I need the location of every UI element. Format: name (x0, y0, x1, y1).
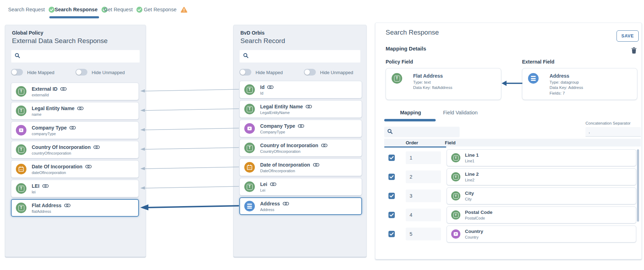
field-title: Legal Entity Name (32, 106, 74, 111)
field-item-date-of-incorporation[interactable]: Date Of IncorporationdateOfIncorporation (11, 160, 139, 178)
panel-source: Global Policy (12, 30, 43, 36)
tab-get-request[interactable]: Get Request (104, 6, 142, 13)
search-box (11, 50, 140, 63)
search-input[interactable] (252, 53, 357, 59)
tab-mapping[interactable]: Mapping (400, 110, 421, 115)
order-input[interactable]: 4 (406, 209, 441, 221)
tab-label: Get Request (104, 7, 133, 12)
field-card-postal-code[interactable]: TPostal CodePostalCode (447, 206, 636, 223)
policy-fields-panel: Global Policy External Data Search Respo… (5, 25, 146, 257)
panel-title: Search Record (240, 37, 285, 45)
toggle-label: Hide Unmapped (92, 70, 125, 75)
scrollbar-thumb[interactable] (637, 149, 639, 222)
field-item-legal-entity-name[interactable]: TLegal Entity NameLegalEntityName (239, 100, 362, 118)
field-title: Lei (260, 181, 267, 187)
link-icon (270, 182, 276, 186)
field-item-company-type[interactable]: Company TypecompanyType (11, 121, 139, 139)
field-item-country-of-incorporation[interactable]: TCountry Of IncorporationcountryOfIncorp… (11, 141, 139, 158)
save-button[interactable]: SAVE (617, 30, 639, 42)
search-input[interactable] (395, 129, 456, 135)
field-title: Flat Address (32, 203, 61, 208)
row-checkbox[interactable] (388, 155, 395, 161)
row-checkbox[interactable] (388, 174, 395, 180)
link-icon (85, 165, 92, 168)
policy-field-data-key: Data Key: flatAddress (413, 85, 452, 90)
text-type-icon: T (392, 73, 402, 84)
tab-search-request[interactable]: Search Request (8, 6, 55, 13)
field-key: Lei (260, 188, 276, 192)
tab-field-validation[interactable]: Field Validation (443, 110, 478, 115)
enum-type-icon (16, 125, 26, 136)
panel-title: External Data Search Response (12, 37, 108, 45)
toggle-label: Hide Mapped (256, 70, 283, 75)
field-title: External ID (32, 86, 57, 92)
field-card-line-2[interactable]: TLine 2Line2 (447, 168, 636, 185)
field-key: Line2 (465, 178, 479, 182)
field-link-arrow (501, 79, 524, 88)
field-key: DateOfIncorporation (260, 169, 319, 173)
column-order: Order (406, 140, 418, 145)
field-item-address[interactable]: AddressAddress (239, 197, 362, 215)
row-checkbox[interactable] (388, 193, 395, 199)
field-title: Date of Incorporation (260, 162, 310, 168)
link-icon (77, 107, 84, 110)
link-icon (93, 145, 100, 149)
text-type-icon: T (244, 104, 255, 114)
field-key: Country (465, 235, 483, 239)
hide-unmapped-toggle[interactable] (304, 69, 316, 76)
order-input[interactable]: 3 (406, 190, 441, 202)
field-title: Date Of Incorporation (32, 164, 82, 169)
check-icon (136, 7, 142, 13)
table-header: Order Field (384, 139, 641, 146)
field-item-id[interactable]: TIdId (239, 81, 362, 98)
link-icon (69, 126, 76, 130)
hide-unmapped-toggle[interactable] (75, 69, 87, 76)
order-input[interactable]: 2 (406, 170, 441, 183)
link-icon (306, 105, 312, 108)
field-item-country-of-incorporation[interactable]: TCountry of IncorporationCountryOfIncorp… (239, 139, 362, 157)
panel-source: BvD Orbis (240, 30, 264, 36)
field-key: Address (260, 208, 289, 212)
text-type-icon: T (16, 144, 26, 155)
field-item-lei[interactable]: TLeiLei (239, 178, 362, 196)
row-checkbox[interactable] (388, 231, 395, 237)
field-key: Id (260, 91, 274, 95)
field-item-flat-address[interactable]: TFlat AddressflatAddress (11, 199, 139, 217)
search-input[interactable] (23, 53, 136, 59)
field-card-city[interactable]: TCityCity (447, 187, 636, 204)
policy-field-card: T Flat Address Type: text Data Key: flat… (386, 68, 501, 100)
tab-get-response[interactable]: Get Response (144, 6, 188, 13)
search-icon (387, 129, 393, 136)
datagroup-type-icon (528, 73, 539, 84)
field-title: Country (465, 229, 483, 234)
field-key: Line1 (465, 159, 479, 163)
link-icon (313, 163, 319, 167)
field-item-lei[interactable]: TLEIlei (11, 180, 139, 197)
external-field-name: Address (550, 73, 583, 79)
field-title: Country of Incorporation (260, 143, 318, 148)
order-input[interactable]: 1 (406, 151, 441, 164)
order-input[interactable]: 5 (406, 228, 441, 240)
check-icon (49, 7, 55, 13)
link-icon (60, 87, 67, 91)
field-card-country[interactable]: CountryCountry (447, 226, 636, 242)
field-item-external-id[interactable]: TExternal IDexternalId (11, 83, 139, 100)
external-field-count: Fields: 7 (550, 91, 583, 95)
field-item-legal-entity-name[interactable]: TLegal Entity Namename (11, 102, 139, 120)
delete-mapping-button[interactable] (631, 47, 637, 54)
row-checkbox[interactable] (388, 212, 395, 218)
link-icon (321, 144, 327, 147)
text-type-icon: T (451, 191, 460, 200)
field-title: Id (260, 84, 264, 90)
field-key: dateOfIncorporation (32, 170, 92, 175)
field-card-line-1[interactable]: TLine 1Line1 (447, 149, 636, 166)
field-item-date-of-incorporation[interactable]: Date of IncorporationDateOfIncorporation (239, 158, 362, 176)
details-title: Search Response (386, 29, 439, 36)
hide-mapped-toggle[interactable] (11, 69, 23, 76)
concatenation-separator-input[interactable] (585, 127, 641, 137)
policy-field-type: Type: text (413, 80, 452, 84)
hide-mapped-toggle[interactable] (239, 69, 251, 76)
text-type-icon: T (451, 153, 460, 162)
field-item-company-type[interactable]: Company TypeCompanyType (239, 120, 362, 137)
tab-search-response[interactable]: Search Response (55, 6, 108, 13)
